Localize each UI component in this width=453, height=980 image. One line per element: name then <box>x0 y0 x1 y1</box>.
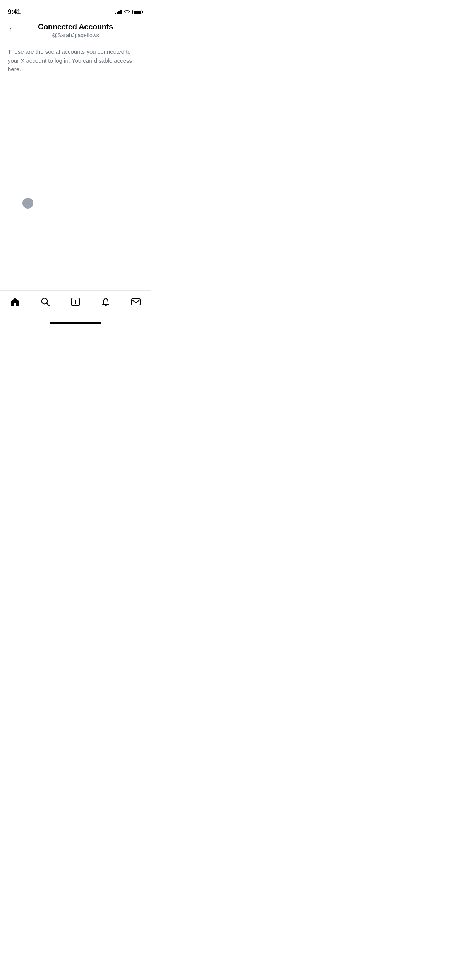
back-button[interactable]: ← <box>6 23 18 35</box>
signal-icon <box>115 10 122 14</box>
home-indicator-bar <box>50 322 101 324</box>
nav-messages[interactable] <box>125 294 147 310</box>
bottom-nav <box>0 290 151 321</box>
battery-icon <box>132 10 143 14</box>
description-text: These are the social accounts you connec… <box>0 45 151 82</box>
back-arrow-icon: ← <box>8 24 16 34</box>
svg-rect-5 <box>132 299 140 305</box>
status-bar: 9:41 <box>0 0 151 19</box>
page-subtitle: @SarahJpageflows <box>52 32 99 38</box>
compose-icon <box>70 297 81 307</box>
svg-line-1 <box>47 303 50 306</box>
home-icon <box>10 297 20 307</box>
description-content: These are the social accounts you connec… <box>8 48 132 72</box>
nav-home[interactable] <box>4 294 26 310</box>
status-icons <box>115 10 143 14</box>
page-title: Connected Accounts <box>38 22 113 31</box>
search-icon <box>40 297 50 307</box>
nav-compose[interactable] <box>64 294 87 310</box>
nav-search[interactable] <box>34 294 57 310</box>
notifications-icon <box>101 297 111 307</box>
wifi-icon <box>124 10 130 14</box>
nav-notifications[interactable] <box>94 294 117 310</box>
loading-indicator <box>22 198 33 209</box>
home-indicator <box>0 321 151 327</box>
messages-icon <box>131 297 141 307</box>
main-content <box>0 82 151 291</box>
page-header: ← Connected Accounts @SarahJpageflows <box>0 19 151 45</box>
status-time: 9:41 <box>8 8 21 16</box>
